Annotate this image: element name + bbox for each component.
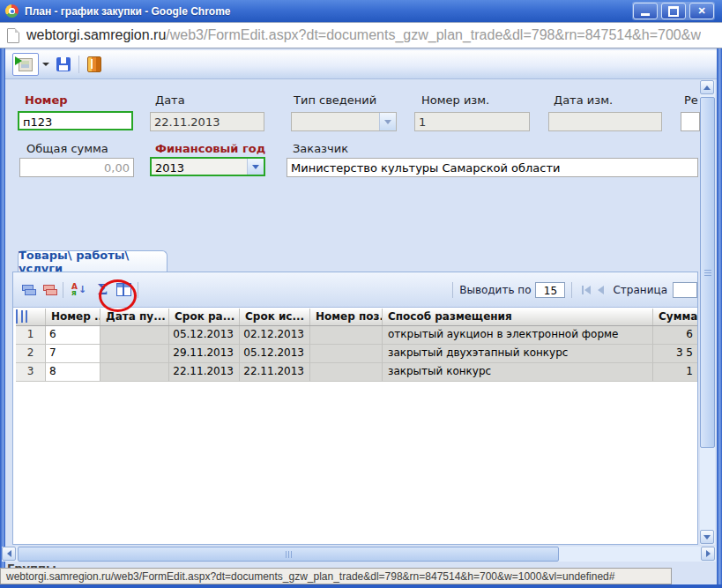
close-button[interactable]: ✕ <box>689 3 714 19</box>
paging-controls: Выводить по 15 Страница <box>446 282 697 298</box>
toolbar-separator <box>78 56 79 73</box>
nomer-label: Номер <box>25 93 68 107</box>
title-bar: План - график закупки - Google Chrome ✕ <box>0 0 722 22</box>
obshaya-summa-label: Общая сумма <box>26 142 108 155</box>
fin-god-value: 2013 <box>152 159 247 175</box>
app-toolbar <box>5 50 717 79</box>
exit-button[interactable] <box>87 56 101 72</box>
chevron-down-icon <box>703 535 711 540</box>
prev-page-button[interactable] <box>598 286 604 294</box>
select-all-header[interactable] <box>16 309 46 325</box>
data-input: 22.11.2013 <box>150 112 264 131</box>
run-button[interactable] <box>12 53 49 76</box>
obshaya-summa-input[interactable]: 0,00 <box>19 158 134 177</box>
tab-goods-works-services[interactable]: Товары\ работы\ услуги <box>18 250 167 272</box>
status-url-bubble: webtorgi.samregion.ru/web3/FormEdit.aspx… <box>0 568 672 584</box>
column-header-summa[interactable]: Сумма <box>653 309 698 325</box>
tip-svedeniy-select <box>291 112 397 131</box>
fin-god-select[interactable]: 2013 <box>150 157 265 176</box>
chevron-up-icon <box>703 86 711 90</box>
zakazchik-input[interactable]: Министерство культуры Самарской области <box>287 158 698 177</box>
page-label: Страница <box>613 284 667 296</box>
toolbar-separator <box>571 282 572 298</box>
toolbar-separator <box>138 282 138 298</box>
window-controls: ✕ <box>632 2 715 20</box>
sort-az-icon: А я <box>71 284 78 296</box>
close-icon: ✕ <box>697 6 705 16</box>
data-label: Дата <box>155 93 185 107</box>
sum-sigma-button[interactable]: Σ <box>97 282 108 297</box>
first-page-button[interactable] <box>582 286 591 294</box>
chevron-left-icon <box>7 550 11 557</box>
exit-book-icon <box>87 56 101 72</box>
prev-page-icon <box>598 286 604 294</box>
re-clipped-label: Ре <box>684 93 698 107</box>
vertical-scrollbar-thumb[interactable] <box>700 97 715 448</box>
add-row-button[interactable] <box>22 285 35 295</box>
scroll-up-button[interactable] <box>700 80 714 94</box>
data-izm-input <box>548 112 662 131</box>
toolbar-separator <box>63 282 63 298</box>
data-grid: Номер ... Дата пу... Срок ра... Срок ис.… <box>16 309 698 382</box>
page-document-icon <box>7 28 19 43</box>
sort-arrow-icon: ↓ <box>78 284 86 295</box>
tip-svedeniy-dropdown-button <box>379 113 396 130</box>
table-row[interactable]: 1 6 05.12.2013 02.12.2013 открытый аукци… <box>16 326 698 345</box>
grid-header-row: Номер ... Дата пу... Срок ра... Срок ис.… <box>16 309 698 326</box>
toolbar-separator <box>452 282 453 298</box>
column-header-srok-ra[interactable]: Срок ра... <box>169 309 240 325</box>
url-path: /web3/FormEdit.aspx?dt=documents_gzw_pla… <box>166 27 701 42</box>
save-floppy-icon <box>56 57 71 71</box>
tip-svedeniy-label: Тип сведений <box>294 93 376 107</box>
nomer-izm-label: Номер изм. <box>421 93 489 107</box>
page-input[interactable] <box>673 282 697 298</box>
page-size-label: Выводить по <box>459 284 531 296</box>
url-text: webtorgi.samregion.ru/web3/FormEdit.aspx… <box>26 27 701 43</box>
table-grid-icon <box>16 309 18 324</box>
scroll-left-button[interactable] <box>2 547 16 561</box>
chrome-logo-icon <box>5 4 19 18</box>
re-clipped-input[interactable] <box>681 112 700 131</box>
fin-god-label: Финансовый год <box>155 142 265 155</box>
chevron-right-icon <box>706 550 711 557</box>
fin-god-dropdown-button[interactable] <box>247 159 264 175</box>
goods-panel: А я ↓ Σ Выводить по 15 Страница Номер ..… <box>12 272 698 545</box>
nomer-input[interactable]: п123 <box>18 111 133 130</box>
run-dropdown-caret-icon[interactable] <box>42 63 49 66</box>
scroll-down-button[interactable] <box>700 530 714 544</box>
nomer-izm-input: 1 <box>414 112 530 131</box>
address-bar[interactable]: webtorgi.samregion.ru/web3/FormEdit.aspx… <box>0 22 722 48</box>
column-header-sposob[interactable]: Способ размещения <box>383 309 653 325</box>
delete-row-button[interactable] <box>43 285 56 295</box>
column-header-data-pub[interactable]: Дата пу... <box>100 309 169 325</box>
column-header-srok-is[interactable]: Срок ис... <box>240 309 310 325</box>
minimize-icon <box>641 13 650 16</box>
column-header-nomer-poz[interactable]: Номер поз... <box>310 309 383 325</box>
grid-toolbar: А я ↓ Σ Выводить по 15 Страница <box>13 272 697 308</box>
data-izm-label: Дата изм. <box>554 93 613 107</box>
page-size-input[interactable]: 15 <box>535 282 565 298</box>
minimize-button[interactable] <box>633 3 658 19</box>
chevron-down-icon <box>252 165 259 169</box>
horizontal-scrollbar-thumb[interactable] <box>18 547 559 562</box>
sort-button[interactable]: А я ↓ <box>71 284 86 296</box>
table-row[interactable]: 2 7 29.11.2013 05.12.2013 закрытый двухэ… <box>16 345 698 363</box>
save-button[interactable] <box>56 57 71 71</box>
window-frame-right <box>717 48 722 584</box>
table-settings-button[interactable] <box>116 283 131 296</box>
column-header-nomer[interactable]: Номер ... <box>46 309 100 325</box>
maximize-icon <box>668 6 679 17</box>
chevron-down-icon <box>384 120 391 124</box>
scroll-right-button[interactable] <box>701 547 715 561</box>
first-page-icon <box>582 286 584 294</box>
maximize-button[interactable] <box>661 3 686 19</box>
tip-svedeniy-value <box>292 113 379 130</box>
table-row-selected[interactable]: 3 8 22.11.2013 22.11.2013 закрытый конку… <box>16 363 698 382</box>
zakazchik-label: Заказчик <box>293 142 348 155</box>
run-icon <box>12 53 39 76</box>
url-host: webtorgi.samregion.ru <box>26 27 166 42</box>
window-title: План - график закупки - Google Chrome <box>25 5 231 18</box>
